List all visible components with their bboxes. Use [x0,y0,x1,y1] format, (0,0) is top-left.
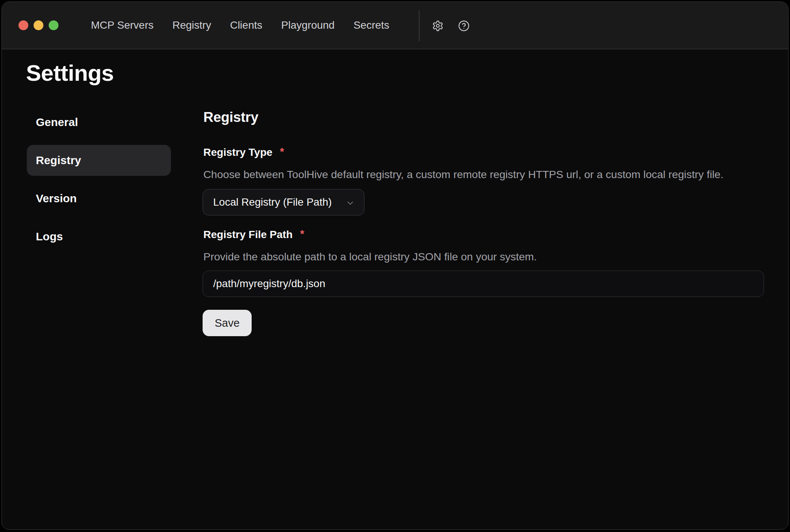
sidebar-item-version[interactable]: Version [27,183,171,214]
nav-playground[interactable]: Playground [281,19,335,32]
settings-button[interactable] [429,17,446,34]
help-button[interactable] [455,17,472,34]
registry-type-label-text: Registry Type [203,146,272,159]
zoom-window-button[interactable] [49,20,58,30]
registry-type-select[interactable]: Local Registry (File Path) [203,189,364,215]
help-icon [458,20,470,32]
nav-clients[interactable]: Clients [230,19,263,32]
required-asterisk: * [280,146,284,157]
settings-page: Settings General Registry Version Logs R… [2,49,788,529]
sidebar-item-general[interactable]: General [27,107,171,138]
registry-file-path-input[interactable] [203,271,764,297]
save-button[interactable]: Save [203,310,252,336]
gear-icon [432,20,444,32]
required-asterisk: * [300,228,304,240]
registry-file-path-description: Provide the absolute path to a local reg… [203,250,537,263]
window-controls [18,2,58,49]
section-heading: Registry [203,109,258,126]
sidebar-item-logs[interactable]: Logs [27,221,171,252]
registry-file-path-label-text: Registry File Path [203,228,293,241]
nav-mcp-servers[interactable]: MCP Servers [91,19,154,32]
minimize-window-button[interactable] [34,20,43,30]
nav-registry[interactable]: Registry [172,19,211,32]
registry-type-label: Registry Type * [203,146,284,159]
top-nav: MCP Servers Registry Clients Playground … [91,2,389,49]
page-title: Settings [26,60,114,86]
titlebar: MCP Servers Registry Clients Playground … [2,2,788,49]
sidebar-item-registry[interactable]: Registry [27,145,171,176]
registry-settings-panel: Registry Registry Type * Choose between … [202,49,763,529]
app-window: MCP Servers Registry Clients Playground … [2,2,788,530]
close-window-button[interactable] [18,20,28,30]
titlebar-divider [419,10,420,41]
settings-sidebar: General Registry Version Logs [27,107,171,252]
nav-secrets[interactable]: Secrets [354,19,389,32]
chevron-down-icon [346,198,355,208]
registry-file-path-label: Registry File Path * [203,228,304,241]
registry-type-selected-option: Local Registry (File Path) [213,196,332,208]
registry-type-description: Choose between ToolHive default registry… [203,168,724,181]
